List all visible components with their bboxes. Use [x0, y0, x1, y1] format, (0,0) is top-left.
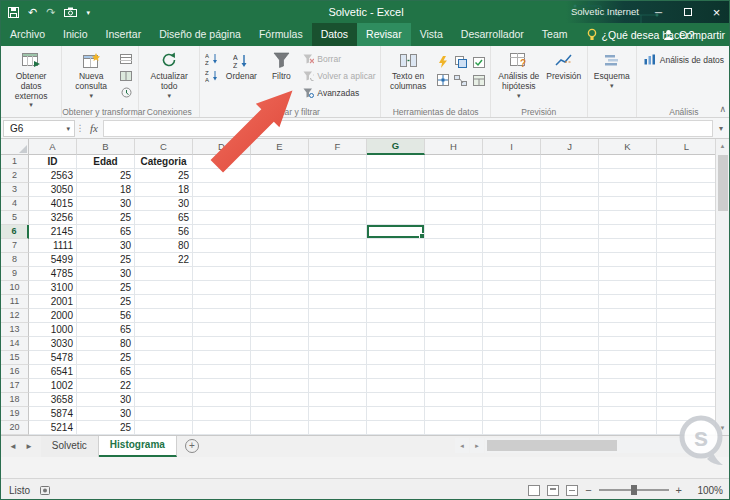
ribbon-tab-desarrollador[interactable]: Desarrollador: [452, 23, 533, 46]
cell-A20[interactable]: 5214: [29, 421, 77, 435]
cell-K6[interactable]: [599, 225, 657, 239]
row-header-3[interactable]: 3: [1, 183, 29, 197]
cell-D9[interactable]: [193, 267, 251, 281]
cell-B18[interactable]: 30: [77, 393, 135, 407]
cell-J7[interactable]: [541, 239, 599, 253]
column-header-f[interactable]: F: [309, 139, 367, 155]
row-header-10[interactable]: 10: [1, 281, 29, 295]
cell-B4[interactable]: 30: [77, 197, 135, 211]
cell-I2[interactable]: [483, 169, 541, 183]
row-header-6[interactable]: 6: [1, 225, 29, 239]
cell-B15[interactable]: 25: [77, 351, 135, 365]
cell-E5[interactable]: [251, 211, 309, 225]
clear-filter-button[interactable]: Borrar: [301, 51, 377, 66]
row-header-8[interactable]: 8: [1, 253, 29, 267]
cell-B14[interactable]: 80: [77, 337, 135, 351]
cell-I19[interactable]: [483, 407, 541, 421]
ribbon-tab-datos[interactable]: Datos: [312, 23, 357, 46]
cell-G19[interactable]: [367, 407, 425, 421]
ribbon-tab-team[interactable]: Team: [533, 23, 577, 46]
cell-J11[interactable]: [541, 295, 599, 309]
ribbon-tab-inicio[interactable]: Inicio: [54, 23, 97, 46]
cell-J9[interactable]: [541, 267, 599, 281]
vertical-scroll-thumb[interactable]: [718, 155, 728, 211]
cell-H5[interactable]: [425, 211, 483, 225]
row-header-11[interactable]: 11: [1, 295, 29, 309]
expand-formula-bar-icon[interactable]: ▾: [713, 124, 729, 133]
show-queries-button[interactable]: [117, 51, 135, 66]
cell-I1[interactable]: [483, 155, 541, 169]
cell-L13[interactable]: [657, 323, 717, 337]
row-header-5[interactable]: 5: [1, 211, 29, 225]
cell-C18[interactable]: [135, 393, 193, 407]
cell-I6[interactable]: [483, 225, 541, 239]
sheet-tab-solvetic[interactable]: Solvetic: [41, 436, 99, 457]
forecast-sheet-button[interactable]: Previsión: [544, 48, 584, 84]
cell-K17[interactable]: [599, 379, 657, 393]
cell-F10[interactable]: [309, 281, 367, 295]
cell-D17[interactable]: [193, 379, 251, 393]
column-header-l[interactable]: L: [657, 139, 717, 155]
ribbon-tab-archivo[interactable]: Archivo: [1, 23, 54, 46]
cell-L18[interactable]: [657, 393, 717, 407]
cell-D3[interactable]: [193, 183, 251, 197]
cell-E6[interactable]: [251, 225, 309, 239]
sort-button[interactable]: AZ Ordenar: [221, 48, 261, 84]
cell-K15[interactable]: [599, 351, 657, 365]
cell-I5[interactable]: [483, 211, 541, 225]
what-if-analysis-button[interactable]: ? Análisis de hipótesis ▾: [494, 48, 544, 101]
cell-D11[interactable]: [193, 295, 251, 309]
cell-D20[interactable]: [193, 421, 251, 435]
cell-L4[interactable]: [657, 197, 717, 211]
outline-button[interactable]: Esquema ▾: [591, 48, 633, 91]
flash-fill-button[interactable]: [435, 54, 451, 70]
scroll-right-icon[interactable]: ►: [470, 438, 484, 453]
column-header-i[interactable]: I: [483, 139, 541, 155]
cell-E2[interactable]: [251, 169, 309, 183]
cell-D2[interactable]: [193, 169, 251, 183]
cell-A19[interactable]: 5874: [29, 407, 77, 421]
cell-F8[interactable]: [309, 253, 367, 267]
cell-L12[interactable]: [657, 309, 717, 323]
cell-C5[interactable]: 65: [135, 211, 193, 225]
sheet-tab-histograma[interactable]: Histograma: [99, 436, 177, 457]
cell-A11[interactable]: 2001: [29, 295, 77, 309]
cell-J8[interactable]: [541, 253, 599, 267]
cell-F6[interactable]: [309, 225, 367, 239]
reapply-filter-button[interactable]: Volver a aplicar: [301, 68, 377, 83]
cell-H17[interactable]: [425, 379, 483, 393]
cell-E18[interactable]: [251, 393, 309, 407]
row-header-12[interactable]: 12: [1, 309, 29, 323]
row-header-4[interactable]: 4: [1, 197, 29, 211]
page-layout-view-icon[interactable]: [547, 485, 559, 496]
row-header-13[interactable]: 13: [1, 323, 29, 337]
cell-G14[interactable]: [367, 337, 425, 351]
cell-F3[interactable]: [309, 183, 367, 197]
cell-C15[interactable]: [135, 351, 193, 365]
cell-C1[interactable]: Categoria: [135, 155, 193, 169]
cell-E10[interactable]: [251, 281, 309, 295]
cell-G15[interactable]: [367, 351, 425, 365]
cell-H10[interactable]: [425, 281, 483, 295]
cell-H11[interactable]: [425, 295, 483, 309]
column-header-c[interactable]: C: [135, 139, 193, 155]
row-header-15[interactable]: 15: [1, 351, 29, 365]
cell-H13[interactable]: [425, 323, 483, 337]
cell-A17[interactable]: 1002: [29, 379, 77, 393]
cell-K13[interactable]: [599, 323, 657, 337]
cell-E19[interactable]: [251, 407, 309, 421]
cell-G1[interactable]: [367, 155, 425, 169]
cell-D19[interactable]: [193, 407, 251, 421]
cell-J6[interactable]: [541, 225, 599, 239]
cell-J2[interactable]: [541, 169, 599, 183]
collapse-ribbon-button[interactable]: ∧: [719, 104, 726, 114]
cell-I11[interactable]: [483, 295, 541, 309]
cell-J10[interactable]: [541, 281, 599, 295]
cell-L1[interactable]: [657, 155, 717, 169]
cell-D13[interactable]: [193, 323, 251, 337]
row-header-20[interactable]: 20: [1, 421, 29, 435]
cell-J14[interactable]: [541, 337, 599, 351]
cell-I16[interactable]: [483, 365, 541, 379]
horizontal-scroll-thumb[interactable]: [487, 440, 617, 451]
cell-F14[interactable]: [309, 337, 367, 351]
